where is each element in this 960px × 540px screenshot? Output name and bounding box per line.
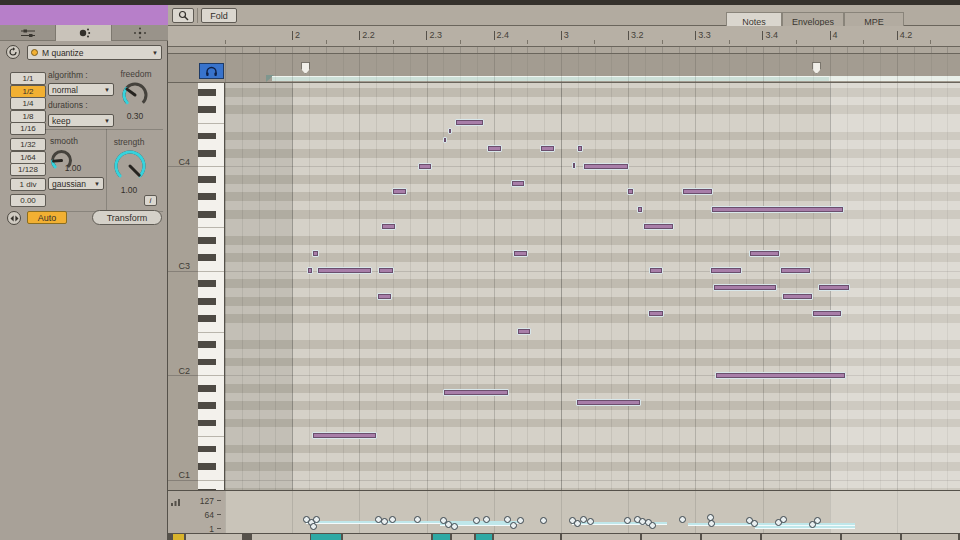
device-selector[interactable]: M quantize ▼ [27, 45, 162, 60]
info-button[interactable]: i [144, 195, 157, 206]
clip-slot-teal[interactable] [311, 534, 341, 540]
black-key[interactable] [198, 133, 216, 140]
freedom-knob[interactable] [120, 80, 150, 114]
tab-transform[interactable] [56, 25, 112, 41]
midi-note[interactable] [540, 145, 555, 152]
grid-rate-button-1-16[interactable]: 1/16 [10, 122, 46, 135]
loop-brace-band[interactable] [168, 47, 960, 54]
clip-slot-gray[interactable] [562, 534, 640, 540]
midi-note[interactable] [443, 137, 447, 143]
midi-note[interactable] [583, 163, 629, 170]
midi-note[interactable] [715, 372, 846, 379]
midi-note[interactable] [782, 293, 813, 300]
midi-note[interactable] [377, 293, 392, 300]
midi-note[interactable] [577, 145, 583, 152]
velocity-marker[interactable] [451, 523, 458, 530]
strength-knob[interactable] [112, 148, 148, 188]
grid-rate-button-1-32[interactable]: 1/32 [10, 138, 46, 151]
velocity-marker[interactable] [624, 517, 631, 524]
midi-note[interactable] [812, 310, 842, 317]
midi-note[interactable] [443, 389, 509, 396]
black-key[interactable] [198, 446, 216, 453]
fold-button[interactable]: Fold [201, 8, 237, 23]
midi-note[interactable] [312, 432, 377, 439]
piano-keyboard[interactable] [198, 83, 225, 490]
midi-note[interactable] [513, 250, 528, 257]
velocity-marker[interactable] [473, 517, 480, 524]
midi-note[interactable] [448, 128, 452, 134]
black-key[interactable] [198, 298, 216, 305]
clip-slot-teal[interactable] [476, 534, 492, 540]
midi-note[interactable] [511, 180, 525, 187]
clip-slot-gray[interactable] [494, 534, 560, 540]
grid-rate-button-0-00[interactable]: 0.00 [10, 194, 46, 207]
velocity-marker[interactable] [708, 520, 715, 527]
velocity-marker[interactable] [751, 520, 758, 527]
midi-note[interactable] [572, 162, 576, 169]
velocity-marker[interactable] [649, 522, 656, 529]
midi-note[interactable] [576, 399, 641, 406]
black-key[interactable] [198, 280, 216, 287]
midi-note[interactable] [643, 223, 674, 230]
clip-slot-gray[interactable] [842, 534, 900, 540]
grid-rate-button-1-2[interactable]: 1/2 [10, 85, 46, 98]
velocity-marker[interactable] [814, 517, 821, 524]
black-key[interactable] [198, 359, 216, 366]
black-key[interactable] [198, 420, 216, 427]
clip-slot-gray[interactable] [452, 534, 474, 540]
midi-note[interactable] [710, 267, 742, 274]
velocity-lane[interactable] [225, 490, 960, 533]
midi-note[interactable] [749, 250, 780, 257]
midi-note[interactable] [312, 250, 319, 257]
update-device-button[interactable] [6, 45, 20, 59]
velocity-marker[interactable] [540, 517, 547, 524]
velocity-marker[interactable] [510, 522, 517, 529]
black-key[interactable] [198, 341, 216, 348]
grid-rate-button-1-64[interactable]: 1/64 [10, 151, 46, 164]
midi-note[interactable] [711, 206, 844, 213]
algorithm-select[interactable]: normal ▼ [48, 83, 114, 96]
black-key[interactable] [198, 106, 216, 113]
clip-slot-yellow[interactable] [173, 534, 184, 540]
midi-note[interactable] [780, 267, 811, 274]
midi-note[interactable] [627, 188, 634, 195]
black-key[interactable] [198, 150, 216, 157]
clip-slot-gray[interactable] [902, 534, 958, 540]
durations-select[interactable]: keep ▼ [48, 114, 114, 127]
smooth-kernel-select[interactable]: gaussian ▼ [48, 177, 104, 190]
velocity-marker[interactable] [517, 517, 524, 524]
tab-generate[interactable] [112, 25, 168, 41]
clip-slot-gray[interactable] [186, 534, 242, 540]
grid-rate-button-1-div[interactable]: 1 div [10, 178, 46, 191]
grid-rate-button-1-1[interactable]: 1/1 [10, 72, 46, 85]
grid-rate-button-1-8[interactable]: 1/8 [10, 110, 46, 123]
beat-time-ruler[interactable]: 22.22.32.433.23.33.444.2 [168, 26, 960, 47]
clip-slot-gray[interactable] [343, 534, 431, 540]
grid-rate-button-1-4[interactable]: 1/4 [10, 97, 46, 110]
velocity-marker[interactable] [414, 516, 421, 523]
velocity-marker[interactable] [313, 516, 320, 523]
velocity-marker[interactable] [587, 518, 594, 525]
midi-note[interactable] [517, 328, 531, 335]
velocity-marker[interactable] [504, 516, 511, 523]
black-key[interactable] [198, 315, 216, 322]
black-key[interactable] [198, 385, 216, 392]
auto-button[interactable]: Auto [27, 211, 67, 224]
black-key[interactable] [198, 176, 216, 183]
midi-note[interactable] [378, 267, 394, 274]
midi-note[interactable] [818, 284, 850, 291]
velocity-marker[interactable] [389, 516, 396, 523]
clip-slot-gray[interactable] [252, 534, 310, 540]
preview-headphone-button[interactable] [199, 63, 224, 79]
velocity-marker[interactable] [381, 518, 388, 525]
transform-button[interactable]: Transform [92, 210, 162, 225]
black-key[interactable] [198, 211, 216, 218]
black-key[interactable] [198, 237, 216, 244]
black-key[interactable] [198, 463, 216, 470]
velocity-marker[interactable] [580, 516, 587, 523]
midi-note[interactable] [682, 188, 713, 195]
velocity-marker[interactable] [483, 516, 490, 523]
clip-slot-gray[interactable] [762, 534, 840, 540]
midi-note[interactable] [487, 145, 502, 152]
midi-note[interactable] [648, 310, 664, 317]
